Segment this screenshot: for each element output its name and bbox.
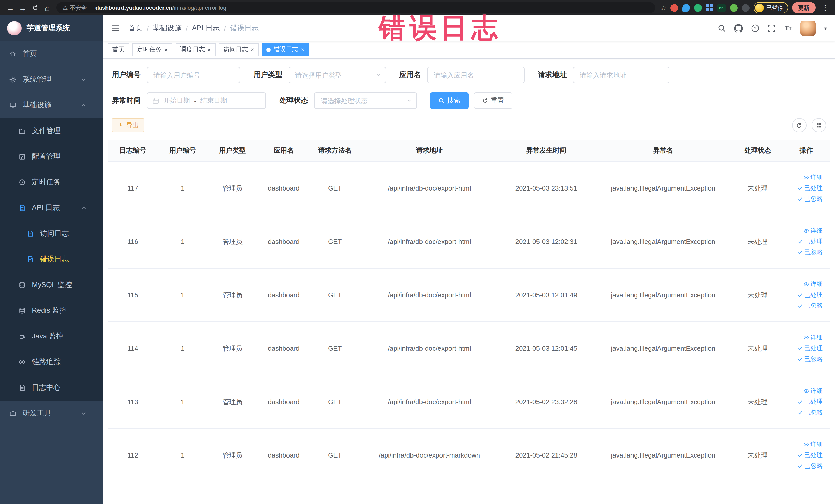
column-header: 操作: [782, 140, 830, 161]
processed-link[interactable]: 已处理: [786, 397, 823, 407]
tab-首页[interactable]: 首页: [108, 43, 129, 56]
user-avatar[interactable]: [801, 21, 816, 36]
tab-close-icon[interactable]: ×: [301, 46, 304, 53]
sidebar-item-system[interactable]: 系统管理: [0, 67, 103, 93]
sidebar-item-mysql[interactable]: MySQL 监控: [0, 272, 103, 298]
cell-method: GET: [310, 268, 360, 322]
address-bar[interactable]: ⚠ 不安全 dashboard.yudao.iocoder.cn/infra/l…: [57, 2, 655, 13]
ignored-link[interactable]: 已忽略: [786, 247, 823, 258]
reload-icon[interactable]: [29, 2, 41, 14]
sidebar-item-file[interactable]: 文件管理: [0, 118, 103, 144]
search-button[interactable]: 搜索: [430, 93, 469, 109]
search-button-label: 搜索: [447, 96, 461, 105]
screen: ← → ⌂ ⚠ 不安全 dashboard.yudao.iocoder.cn/i…: [0, 0, 835, 504]
hamburger-icon[interactable]: [111, 24, 120, 33]
cell-user_type: 管理员: [208, 375, 258, 428]
sidebar-item-infra[interactable]: 基础设施: [0, 93, 103, 118]
detail-link[interactable]: 详细: [786, 225, 823, 236]
tab-close-icon[interactable]: ×: [207, 46, 211, 53]
sidebar-item-config[interactable]: 配置管理: [0, 144, 103, 169]
cell-id: 115: [108, 268, 158, 322]
user-type-select[interactable]: [288, 67, 386, 83]
detail-link[interactable]: 详细: [786, 279, 823, 289]
tab-定时任务[interactable]: 定时任务×: [133, 43, 172, 56]
sidebar-item-error-log[interactable]: 错误日志: [0, 246, 103, 272]
column-settings-button[interactable]: [811, 118, 826, 133]
sidebar-item-access-log[interactable]: 访问日志: [0, 221, 103, 246]
tab-调度日志[interactable]: 调度日志×: [176, 43, 216, 56]
github-icon[interactable]: [734, 24, 743, 33]
sidebar-item-redis[interactable]: Redis 监控: [0, 298, 103, 323]
processed-link[interactable]: 已处理: [786, 236, 823, 247]
action-label: 已处理: [804, 289, 823, 300]
detail-link[interactable]: 详细: [786, 386, 823, 397]
ignored-link[interactable]: 已忽略: [786, 407, 823, 418]
detail-link[interactable]: 详细: [786, 332, 823, 343]
process-status-select-input[interactable]: [314, 93, 417, 109]
browser-menu-icon[interactable]: ⋮: [820, 4, 831, 12]
sidebar-item-devtools[interactable]: 研发工具: [0, 401, 103, 426]
cell-method: GET: [310, 215, 360, 268]
extension-paw-icon[interactable]: [741, 4, 749, 12]
app-logo[interactable]: 芋道管理系统: [0, 15, 103, 41]
tab-错误日志[interactable]: 错误日志×: [262, 43, 309, 56]
bookmark-star-icon[interactable]: ☆: [660, 4, 666, 12]
user-id-input[interactable]: [147, 67, 240, 83]
processed-link[interactable]: 已处理: [786, 343, 823, 354]
request-url-input[interactable]: [573, 67, 669, 83]
sidebar-item-job[interactable]: 定时任务: [0, 169, 103, 195]
ignored-link[interactable]: 已忽略: [786, 194, 823, 204]
action-label: 详细: [810, 332, 823, 343]
breadcrumb-item[interactable]: API 日志: [192, 24, 220, 33]
back-icon[interactable]: ←: [4, 2, 16, 14]
profile-paused-badge[interactable]: 已暂停: [753, 2, 788, 13]
breadcrumb-item[interactable]: 首页: [128, 24, 143, 33]
tab-close-icon[interactable]: ×: [164, 46, 168, 53]
extension-blue-drop-icon[interactable]: [682, 4, 690, 12]
tab-close-icon[interactable]: ×: [250, 46, 254, 53]
ignored-link[interactable]: 已忽略: [786, 461, 823, 471]
sidebar-item-java[interactable]: Java 监控: [0, 323, 103, 349]
app-name-input[interactable]: [427, 67, 525, 83]
sidebar-item-trace[interactable]: 链路追踪: [0, 349, 103, 375]
extension-on-badge-icon[interactable]: on: [717, 4, 726, 12]
sidebar-item-log-center[interactable]: 日志中心: [0, 375, 103, 401]
briefcase-icon: [9, 410, 16, 417]
doc-icon: [27, 256, 34, 263]
extension-red-icon[interactable]: [670, 4, 678, 12]
extension-grid-icon[interactable]: [706, 4, 713, 11]
search-icon[interactable]: [718, 24, 726, 32]
user-type-select-input[interactable]: [288, 67, 386, 83]
refresh-table-button[interactable]: [792, 118, 806, 133]
table-row: 1121管理员dashboardGET/api/infra/db-doc/exp…: [108, 428, 830, 482]
ignored-link[interactable]: 已忽略: [786, 300, 823, 311]
font-size-icon[interactable]: TT: [784, 24, 792, 32]
process-status-select[interactable]: [314, 93, 417, 109]
check-icon: [797, 399, 803, 405]
help-icon[interactable]: ?: [751, 24, 759, 32]
fullscreen-icon[interactable]: [768, 24, 776, 32]
export-button[interactable]: 导出: [112, 118, 144, 133]
tab-访问日志[interactable]: 访问日志×: [219, 43, 259, 56]
date-range-picker[interactable]: 开始日期 - 结束日期: [147, 93, 266, 109]
ignored-link[interactable]: 已忽略: [786, 354, 823, 365]
column-header: 异常名: [593, 140, 733, 161]
app-name-label: 应用名: [400, 70, 421, 80]
breadcrumb-item[interactable]: 基础设施: [153, 24, 182, 33]
detail-link[interactable]: 详细: [786, 439, 823, 450]
reset-button[interactable]: 重置: [474, 93, 512, 109]
sidebar-item-home[interactable]: 首页: [0, 41, 103, 67]
filter-row-2: 异常时间 开始日期 - 结束日期 处理状态: [108, 93, 830, 109]
browser-home-icon[interactable]: ⌂: [41, 2, 54, 14]
processed-link[interactable]: 已处理: [786, 183, 823, 194]
sidebar-item-api-log[interactable]: API 日志: [0, 195, 103, 221]
detail-link[interactable]: 详细: [786, 172, 823, 183]
forward-icon[interactable]: →: [16, 2, 29, 14]
avatar-caret-down-icon[interactable]: ▾: [824, 25, 827, 31]
processed-link[interactable]: 已处理: [786, 289, 823, 300]
processed-link[interactable]: 已处理: [786, 450, 823, 461]
browser-update-button[interactable]: 更新: [792, 2, 815, 13]
extension-leaf-icon[interactable]: [730, 4, 737, 12]
filter-process-status: 处理状态: [279, 93, 417, 109]
extension-green-circle-icon[interactable]: [694, 4, 701, 12]
